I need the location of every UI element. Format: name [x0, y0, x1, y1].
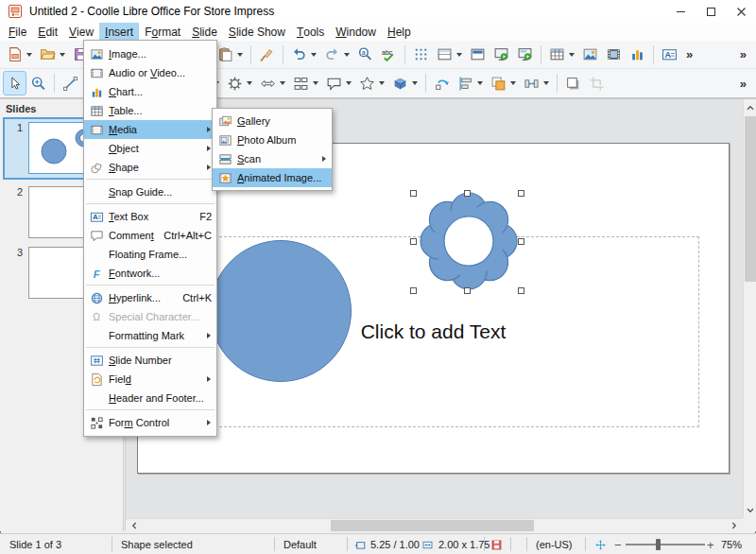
menu-item-table[interactable]: Table...	[84, 101, 216, 120]
dropdown-caret-icon[interactable]	[456, 53, 462, 57]
selection-handle[interactable]	[464, 190, 471, 197]
callout-shapes-button[interactable]	[323, 72, 354, 95]
undo-button[interactable]	[288, 43, 319, 66]
dropdown-caret-icon[interactable]	[280, 81, 285, 85]
insert-line-button[interactable]	[60, 72, 81, 95]
menu-item-slide-number[interactable]: Slide Number	[84, 351, 216, 370]
new-presentation-button[interactable]	[4, 43, 35, 66]
spelling-button[interactable]: abc	[378, 43, 400, 66]
basic-shapes-button[interactable]	[224, 72, 255, 95]
toolbar-end-overflow-button[interactable]: »	[736, 43, 750, 66]
menu-window[interactable]: Window	[330, 23, 382, 41]
insert-text-box-button[interactable]: A	[659, 43, 680, 66]
scroll-down-button[interactable]	[744, 504, 756, 517]
menu-item-image[interactable]: Image...	[84, 44, 216, 63]
menu-item-formatting-mark[interactable]: Formatting Mark	[84, 326, 216, 345]
star-shapes-button[interactable]	[356, 72, 387, 95]
find-replace-button[interactable]: a	[354, 43, 376, 66]
selection-handle[interactable]	[518, 238, 524, 245]
3d-objects-button[interactable]	[389, 72, 421, 95]
shadow-button[interactable]	[562, 72, 584, 95]
menu-edit[interactable]: Edit	[32, 23, 63, 41]
dropdown-caret-icon[interactable]	[543, 81, 549, 85]
menu-item-fontwork[interactable]: FFontwork...	[84, 264, 216, 283]
unsaved-changes-icon[interactable]	[490, 534, 503, 554]
dropdown-caret-icon[interactable]	[510, 81, 516, 85]
selection-handle[interactable]	[410, 287, 417, 294]
menu-item-text-box[interactable]: AText BoxF2	[84, 207, 216, 226]
crop-image-button[interactable]	[586, 72, 608, 95]
dropdown-caret-icon[interactable]	[569, 53, 575, 57]
menu-item-chart[interactable]: Chart...	[84, 82, 216, 101]
menu-item-gallery[interactable]: Gallery	[213, 112, 332, 130]
menu-item-comment[interactable]: CommentCtrl+Alt+C	[84, 226, 216, 245]
minimize-button[interactable]	[665, 0, 696, 23]
selection-handle[interactable]	[410, 190, 417, 197]
language-status[interactable]: (en-US)	[536, 534, 573, 554]
arrange-button[interactable]	[488, 72, 519, 95]
zoom-slider-handle[interactable]	[656, 539, 661, 550]
horizontal-scrollbar[interactable]	[126, 518, 743, 531]
menu-item-field[interactable]: Field	[84, 370, 216, 389]
menu-format[interactable]: Format	[139, 23, 186, 41]
vertical-scroll-thumb[interactable]	[745, 116, 756, 282]
open-button[interactable]	[37, 43, 68, 66]
dropdown-caret-icon[interactable]	[412, 81, 418, 85]
vertical-scrollbar[interactable]	[743, 98, 756, 518]
scroll-left-button[interactable]	[128, 519, 141, 532]
menu-slide[interactable]: Slide	[186, 23, 223, 41]
rotate-button[interactable]	[431, 72, 453, 95]
redo-button[interactable]	[321, 43, 352, 66]
selection-handle[interactable]	[518, 287, 524, 294]
menu-item-animated-image[interactable]: Animated Image...	[213, 168, 332, 187]
align-objects-button[interactable]	[455, 72, 486, 95]
menu-file[interactable]: File	[3, 23, 32, 41]
menu-item-snap-guide[interactable]: Snap Guide...	[84, 182, 216, 201]
dropdown-caret-icon[interactable]	[477, 81, 483, 85]
menu-item-media[interactable]: Media	[84, 120, 216, 139]
circle-shape[interactable]	[210, 240, 352, 382]
menu-slide-show[interactable]: Slide Show	[223, 23, 291, 41]
dropdown-caret-icon[interactable]	[344, 53, 350, 57]
menu-insert[interactable]: Insert	[99, 23, 139, 41]
dropdown-caret-icon[interactable]	[346, 81, 352, 85]
insert-media-button[interactable]	[603, 43, 625, 66]
scroll-up-button[interactable]	[744, 101, 756, 114]
dropdown-caret-icon[interactable]	[311, 53, 317, 57]
display-views-button[interactable]	[434, 43, 465, 66]
menu-tools[interactable]: Tools	[291, 23, 330, 41]
menu-item-scan[interactable]: Scan	[213, 149, 332, 168]
insert-image-button[interactable]	[579, 43, 601, 66]
distribute-button[interactable]	[521, 72, 552, 95]
zoom-slider-track[interactable]	[626, 544, 705, 545]
dropdown-caret-icon[interactable]	[237, 53, 243, 57]
flowchart-button[interactable]	[290, 72, 321, 95]
menu-item-photo-album[interactable]: Photo Album	[213, 130, 332, 149]
select-button[interactable]	[4, 72, 26, 95]
menu-item-floating-frame[interactable]: Floating Frame...	[84, 245, 216, 264]
start-first-slide-button[interactable]	[490, 43, 512, 66]
menu-item-hyperlink[interactable]: Hyperlink...Ctrl+K	[84, 288, 216, 307]
maximize-button[interactable]	[696, 0, 726, 23]
fit-slide-icon[interactable]	[594, 534, 607, 554]
menu-view[interactable]: View	[63, 23, 99, 41]
master-slide-button[interactable]	[467, 43, 489, 66]
display-grid-button[interactable]	[410, 43, 432, 66]
insert-table-button[interactable]	[546, 43, 577, 66]
horizontal-scroll-thumb[interactable]	[331, 520, 534, 531]
dropdown-caret-icon[interactable]	[379, 81, 385, 85]
insert-chart-button[interactable]	[627, 43, 648, 66]
zoom-in-button[interactable]: +	[707, 534, 714, 554]
selection-handle[interactable]	[410, 238, 417, 245]
dropdown-caret-icon[interactable]	[247, 81, 252, 85]
menu-item-header-and-footer[interactable]: Header and Footer...	[84, 389, 216, 407]
start-current-slide-button[interactable]	[514, 43, 536, 66]
scroll-right-button[interactable]	[728, 519, 741, 532]
menu-item-form-control[interactable]: Form Control	[84, 413, 216, 432]
close-button[interactable]	[726, 0, 756, 23]
menu-item-object[interactable]: Object	[84, 139, 216, 158]
clone-formatting-button[interactable]	[256, 43, 278, 66]
block-arrows-button[interactable]	[257, 72, 288, 95]
paste-button[interactable]	[215, 43, 246, 66]
main-toolbar-overflow-button[interactable]: »	[682, 43, 696, 66]
